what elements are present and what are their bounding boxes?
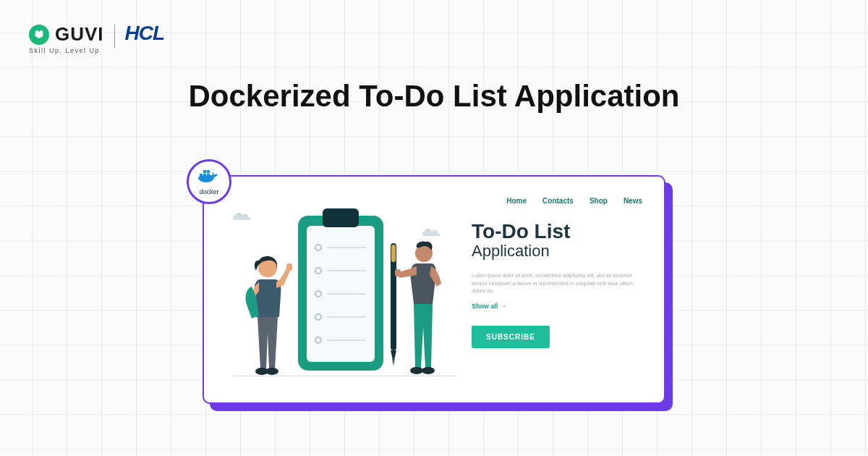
docker-whale-icon [197,169,221,187]
nav-shop[interactable]: Shop [590,197,608,205]
hero-content: Home Contacts Shop News To-Do List Appli… [472,197,642,382]
svg-point-28 [422,367,435,374]
person-waving-icon [239,253,292,378]
svg-point-22 [265,368,278,375]
hcl-wordmark: HCL [125,22,165,45]
nav-news[interactable]: News [624,197,642,205]
guvi-icon [29,25,49,45]
guvi-tagline: Skill Up. Level Up [29,47,104,54]
subscribe-button[interactable]: SUBSCRIBE [472,326,550,348]
hero-heading: To-Do List Application [472,221,642,261]
hero-description: Lorem ipsum dolor sit amet, consectetur … [472,272,642,295]
nav-home[interactable]: Home [506,197,527,205]
guvi-logo-main: GUVI [29,23,104,46]
svg-point-27 [410,367,423,374]
page-title: Dockerized To-Do List Application [145,78,723,114]
nav-contacts[interactable]: Contacts [542,197,574,205]
svg-rect-24 [391,245,396,262]
hero-card-wrap: docker [203,175,665,404]
docker-label: docker [199,188,218,195]
svg-rect-7 [323,208,359,227]
svg-rect-4 [207,170,210,173]
svg-rect-20 [286,263,292,271]
guvi-logo: GUVI Skill Up. Level Up [29,23,104,54]
svg-rect-3 [203,170,206,173]
guvi-wordmark: GUVI [55,23,104,46]
show-all-link[interactable]: Show all → [472,303,642,310]
logo-separator [114,25,115,48]
illustration [226,197,457,382]
hero-heading-line2: Application [472,242,642,261]
svg-rect-26 [395,269,401,276]
hero-nav: Home Contacts Shop News [472,197,642,205]
hero-card: docker [203,175,665,404]
docker-badge: docker [187,159,231,204]
cloud-icon [230,210,259,226]
person-with-pen-icon [385,237,450,378]
logo-row: GUVI Skill Up. Level Up HCL [29,23,164,54]
hero-heading-line1: To-Do List [472,221,642,242]
clipboard-icon [294,206,388,375]
